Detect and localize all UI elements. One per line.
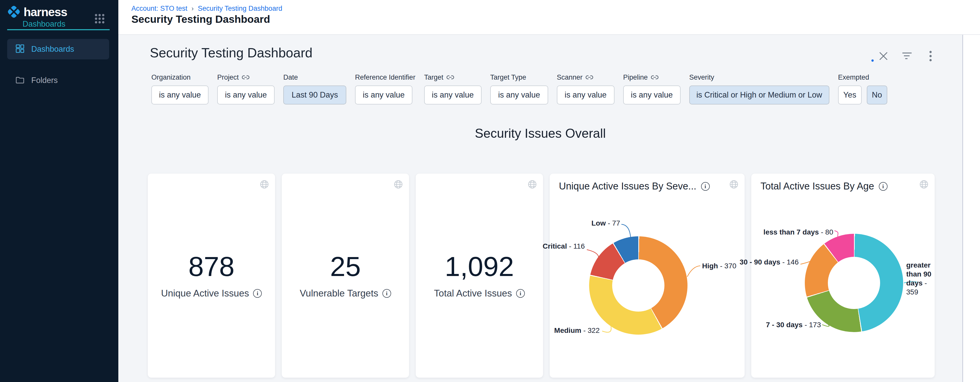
app: harness Dashboards xyxy=(0,0,980,382)
pie-label-greater-90-days: greater than 90 days - 359 xyxy=(906,261,937,296)
apps-grid-icon[interactable] xyxy=(94,13,105,24)
cards-row: 878 Unique Active Issues 25 Vulnerable T… xyxy=(148,174,935,378)
sidebar-nav: Dashboards Folders xyxy=(7,39,109,90)
filter-severity: Severity is Critical or High or Medium o… xyxy=(689,73,829,105)
globe-icon[interactable] xyxy=(919,180,929,190)
module-label: Dashboards xyxy=(22,19,65,29)
sidebar-item-label: Dashboards xyxy=(31,44,74,54)
section-heading: Security Issues Overall xyxy=(118,126,963,141)
info-icon[interactable] xyxy=(879,182,888,191)
stat-card-total-active-issues: 1,092 Total Active Issues xyxy=(416,174,543,378)
filter-value[interactable]: is any value xyxy=(623,86,681,105)
stat-label: Total Active Issues xyxy=(434,288,512,299)
exempted-yes-button[interactable]: Yes xyxy=(838,86,862,105)
harness-logo-icon xyxy=(7,5,21,19)
link-icon xyxy=(651,74,659,80)
filter-label: Target xyxy=(424,73,443,81)
filter-label: Date xyxy=(283,73,298,81)
filter-label: Target Type xyxy=(490,73,527,81)
filter-target-type: Target Type is any value xyxy=(490,73,548,105)
filter-label: Reference Identifier xyxy=(355,73,415,81)
stat-label: Vulnerable Targets xyxy=(300,288,378,299)
filter-label: Organization xyxy=(151,73,191,81)
stat-value: 878 xyxy=(188,253,234,281)
filter-bar: Organization is any value Project is any… xyxy=(151,73,887,105)
dashboard-content: Security Testing Dashboard Organization … xyxy=(118,35,963,382)
filter-value[interactable]: is any value xyxy=(151,86,208,105)
sidebar-item-folders[interactable]: Folders xyxy=(7,70,109,90)
link-icon xyxy=(585,74,593,80)
filter-organization: Organization is any value xyxy=(151,73,208,105)
chart-title: Unique Active Issues By Seve... xyxy=(559,181,697,192)
chart-card-issues-by-severity: Unique Active Issues By Seve... Low - 77… xyxy=(550,174,745,378)
filter-value[interactable]: is any value xyxy=(557,86,614,105)
pie-label-high: High - 370 xyxy=(702,262,737,270)
link-icon xyxy=(447,74,454,80)
pie-label-critical: Critical - 116 xyxy=(543,242,585,250)
filter-label: Exempted xyxy=(838,73,869,81)
stat-label: Unique Active Issues xyxy=(161,288,249,299)
exempted-no-button[interactable]: No xyxy=(867,86,887,105)
filter-value[interactable]: is Critical or High or Medium or Low xyxy=(689,86,829,105)
filter-label: Scanner xyxy=(557,73,583,81)
dashboards-icon xyxy=(15,44,25,54)
filter-label: Pipeline xyxy=(623,73,648,81)
dashboard-actions xyxy=(878,51,936,62)
filter-exempted: Exempted Yes No xyxy=(838,73,887,105)
filter-value[interactable]: is any value xyxy=(355,86,412,105)
filter-value[interactable]: Last 90 Days xyxy=(283,86,346,105)
page-title: Security Testing Dashboard xyxy=(131,13,270,25)
info-icon[interactable] xyxy=(253,289,262,298)
brand-name: harness xyxy=(24,5,67,19)
breadcrumb: Account: STO test › Security Testing Das… xyxy=(131,5,282,13)
filter-project: Project is any value xyxy=(217,73,275,105)
sidebar: harness Dashboards xyxy=(0,0,118,382)
harness-logo[interactable]: harness xyxy=(7,5,67,19)
filter-pipeline: Pipeline is any value xyxy=(623,73,681,105)
filter-value[interactable]: is any value xyxy=(490,86,548,105)
sidebar-item-dashboards[interactable]: Dashboards xyxy=(7,39,109,59)
dashboard-title: Security Testing Dashboard xyxy=(150,45,312,60)
filter-date: Date Last 90 Days xyxy=(283,73,346,105)
sidebar-item-label: Folders xyxy=(31,76,57,85)
pie-label-7-30-days: 7 - 30 days - 173 xyxy=(766,320,821,329)
severity-donut[interactable] xyxy=(589,236,687,334)
info-icon[interactable] xyxy=(516,289,525,298)
pie-label-less-7-days: less than 7 days - 80 xyxy=(764,228,833,236)
filter-icon[interactable] xyxy=(902,51,912,62)
kebab-menu-icon[interactable] xyxy=(925,51,936,62)
link-icon xyxy=(242,74,250,80)
scrollbar-track[interactable] xyxy=(963,35,980,382)
folder-icon xyxy=(15,75,25,86)
close-icon[interactable] xyxy=(878,51,889,62)
filter-label: Severity xyxy=(689,73,714,81)
stat-card-unique-active-issues: 878 Unique Active Issues xyxy=(148,174,275,378)
breadcrumb-separator: › xyxy=(192,5,194,13)
filter-label: Project xyxy=(217,73,239,81)
filter-value[interactable]: is any value xyxy=(424,86,482,105)
globe-icon[interactable] xyxy=(729,180,738,190)
age-donut[interactable] xyxy=(805,234,903,332)
sidebar-divider xyxy=(7,29,110,30)
chart-card-issues-by-age: Total Active Issues By Age less than 7 d… xyxy=(751,174,935,378)
info-icon[interactable] xyxy=(382,289,391,298)
filter-value[interactable]: is any value xyxy=(217,86,275,105)
breadcrumb-page-link[interactable]: Security Testing Dashboard xyxy=(198,5,282,13)
pie-label-low: Low - 77 xyxy=(592,219,620,228)
filter-scanner: Scanner is any value xyxy=(557,73,614,105)
cursor-dot xyxy=(872,59,874,62)
stat-value: 25 xyxy=(330,253,361,281)
pie-label-medium: Medium - 322 xyxy=(554,326,600,335)
stat-card-vulnerable-targets: 25 Vulnerable Targets xyxy=(282,174,409,378)
breadcrumb-account-link[interactable]: Account: STO test xyxy=(131,5,188,13)
filter-target: Target is any value xyxy=(424,73,482,105)
stat-value: 1,092 xyxy=(445,253,514,281)
donut-hole xyxy=(612,259,665,312)
chart-title: Total Active Issues By Age xyxy=(760,181,874,192)
top-header: Account: STO test › Security Testing Das… xyxy=(118,0,980,35)
info-icon[interactable] xyxy=(701,182,710,191)
donut-hole xyxy=(828,257,880,309)
filter-reference-identifier: Reference Identifier is any value xyxy=(355,73,415,105)
pie-label-30-90-days: 30 - 90 days - 146 xyxy=(740,258,799,266)
